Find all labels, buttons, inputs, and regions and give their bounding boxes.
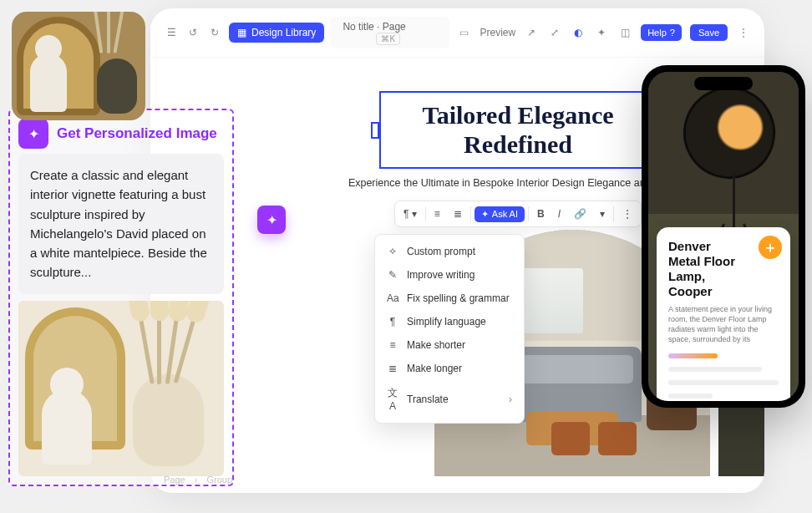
pencil-icon: ✎ [387,269,398,281]
format-toolbar: ¶ ▾ ≡ ≣ ✦ Ask AI B I 🔗 ▾ ⋮ [394,201,642,227]
more-icon[interactable]: ⋮ [736,25,751,40]
toolbar-right: ▭ Preview ↗ ⤢ ◐ ✦ ◫ Help ? Save ⋮ [456,24,751,41]
text-icon: Aa [387,292,398,304]
product-card: ＋ Denver Metal Floor Lamp, Cooper A stat… [657,227,790,401]
phone-notch [694,77,753,90]
help-label: Help [647,28,667,38]
paragraph-icon: ¶ [387,316,398,328]
ai-item-label: Translate [407,394,449,405]
skeleton-line [668,394,713,399]
skeleton-line [668,353,718,358]
personalized-image-title: Get Personalized Image [57,125,217,142]
ai-item-improve[interactable]: ✎Improve writing [375,263,524,287]
ask-ai-button[interactable]: ✦ Ask AI [475,206,525,222]
link-icon[interactable]: 🔗 [569,205,591,223]
product-hero-image [648,72,799,214]
undo-icon[interactable]: ↺ [185,25,200,40]
ai-item-translate[interactable]: 文ATranslate› [375,380,524,418]
sparkle-icon: ✦ [266,212,277,228]
design-library-button[interactable]: ▦ Design Library [229,23,324,43]
help-button[interactable]: Help ? [641,24,682,41]
globe-icon[interactable]: ◐ [571,25,586,40]
ai-item-label: Simplify language [407,316,486,328]
ai-item-label: Make longer [407,363,462,374]
align-icon[interactable]: ≡ [429,205,445,223]
headline-line2: Redefined [401,130,635,160]
prompt-card[interactable]: Create a classic and elegant interior vi… [18,154,224,294]
sparkle-icon: ✧ [387,246,398,257]
product-description: A statement piece in your living room, t… [668,304,779,345]
ai-item-longer[interactable]: ≣Make longer [375,357,524,380]
preview-label[interactable]: Preview [480,27,515,38]
ai-item-custom-prompt[interactable]: ✧Custom prompt [375,240,524,263]
redo-icon[interactable]: ↻ [207,25,222,40]
translate-icon: 文A [387,386,398,412]
list-icon[interactable]: ≣ [449,205,467,223]
overflow-icon[interactable]: ⋮ [617,205,637,223]
add-to-cart-button[interactable]: ＋ [759,236,782,259]
toolbar: ☰ ↺ ↻ ▦ Design Library No title · Page ⌘… [150,8,764,58]
ai-sparkle-icon: ✦ [481,209,489,220]
document-title[interactable]: No title · Page ⌘K [331,17,449,48]
design-library-label: Design Library [251,27,316,38]
italic-button[interactable]: I [553,205,566,223]
skeleton-row [668,380,779,385]
more-format-dropdown[interactable]: ▾ [595,205,610,223]
reference-thumbnail[interactable] [12,12,145,120]
personalized-image-panel: ✦ Get Personalized Image Create a classi… [8,109,234,486]
shorter-icon: ≡ [387,339,398,351]
ai-item-label: Improve writing [407,269,475,281]
longer-icon: ≣ [387,363,398,374]
external-link-icon[interactable]: ↗ [524,25,539,40]
headline-selected[interactable]: Tailored Elegance Redefined [379,91,657,169]
document-title-text: No title · Page [343,21,405,33]
resize-handle-left[interactable] [371,122,379,139]
panel-icon[interactable]: ◫ [617,25,632,40]
shortcut-badge: ⌘K [376,33,400,45]
ai-item-fix-spelling[interactable]: AaFix spelling & grammar [375,287,524,310]
ai-item-label: Custom prompt [407,246,475,257]
phone-mockup: ＋ Denver Metal Floor Lamp, Cooper A stat… [642,65,805,408]
menu-icon[interactable]: ☰ [164,25,179,40]
sparkle-chip: ✦ [18,119,48,149]
desktop-preview-icon[interactable]: ▭ [456,25,471,40]
skeleton-line [668,367,762,372]
ai-fab-button[interactable]: ✦ [257,206,286,234]
fullscreen-icon[interactable]: ⤢ [547,25,562,40]
chevron-right-icon: › [509,394,512,405]
save-button[interactable]: Save [690,24,728,41]
generated-image-preview[interactable] [18,301,224,476]
ai-item-label: Make shorter [407,339,465,351]
ai-item-shorter[interactable]: ≡Make shorter [375,333,524,357]
headline-line1: Tailored Elegance [401,101,635,130]
paragraph-style-dropdown[interactable]: ¶ ▾ [398,205,422,223]
ai-item-label: Fix spelling & grammar [407,292,510,304]
library-icon: ▦ [237,27,246,38]
help-icon: ? [670,28,675,38]
bold-button[interactable]: B [532,205,550,223]
sparkle-icon[interactable]: ✦ [594,25,609,40]
ask-ai-label: Ask AI [492,209,518,219]
ai-item-simplify[interactable]: ¶Simplify language [375,310,524,333]
ai-menu: ✧Custom prompt ✎Improve writing AaFix sp… [374,234,525,424]
